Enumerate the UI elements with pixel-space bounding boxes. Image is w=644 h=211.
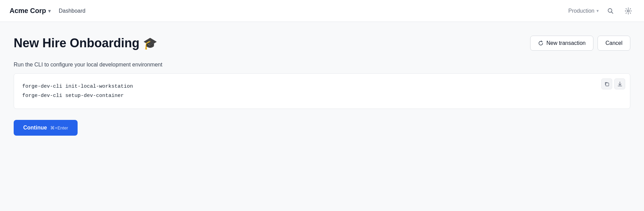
header-actions: New transaction Cancel — [530, 36, 630, 51]
page-title: New Hire Onboarding 🎓 — [14, 36, 157, 50]
code-block: forge-dev-cli init-local-workstation for… — [22, 82, 603, 100]
env-chevron-icon: ▾ — [596, 8, 599, 13]
page-title-emoji: 🎓 — [143, 36, 157, 50]
cancel-label: Cancel — [605, 40, 622, 46]
brand[interactable]: Acme Corp ▾ — [10, 7, 51, 15]
svg-rect-3 — [606, 83, 609, 86]
code-line-2: forge-dev-cli setup-dev-container — [22, 93, 124, 99]
environment-selector[interactable]: Production ▾ — [568, 8, 599, 14]
copy-icon — [604, 82, 609, 87]
settings-button[interactable] — [622, 5, 634, 17]
main-content: New Hire Onboarding 🎓 New transaction Ca… — [0, 22, 644, 211]
refresh-icon — [538, 40, 544, 46]
search-button[interactable] — [604, 5, 617, 17]
env-label: Production — [568, 8, 595, 14]
new-transaction-button[interactable]: New transaction — [530, 36, 593, 51]
code-actions — [601, 78, 625, 89]
navbar-right: Production ▾ — [568, 5, 635, 17]
brand-name: Acme Corp — [10, 7, 46, 15]
continue-label: Continue — [23, 125, 47, 131]
navbar: Acme Corp ▾ Dashboard Production ▾ — [0, 0, 644, 22]
gear-icon — [625, 7, 632, 15]
code-line-1: forge-dev-cli init-local-workstation — [22, 84, 133, 89]
cancel-button[interactable]: Cancel — [598, 36, 630, 51]
new-transaction-label: New transaction — [546, 40, 586, 46]
nav-dashboard-link[interactable]: Dashboard — [59, 8, 85, 14]
svg-line-1 — [612, 12, 613, 13]
page-title-text: New Hire Onboarding — [14, 36, 139, 50]
continue-shortcut: ⌘+Enter — [50, 125, 68, 131]
brand-chevron-icon: ▾ — [48, 8, 51, 14]
svg-point-2 — [627, 10, 629, 12]
download-code-button[interactable] — [614, 78, 625, 89]
download-icon — [617, 82, 622, 87]
code-block-wrapper: forge-dev-cli init-local-workstation for… — [14, 73, 630, 109]
page-header: New Hire Onboarding 🎓 New transaction Ca… — [14, 36, 630, 51]
navbar-left: Acme Corp ▾ Dashboard — [10, 7, 85, 15]
copy-code-button[interactable] — [601, 78, 612, 89]
search-icon — [607, 8, 614, 14]
continue-button[interactable]: Continue ⌘+Enter — [14, 120, 78, 136]
description-text: Run the CLI to configure your local deve… — [14, 62, 630, 68]
